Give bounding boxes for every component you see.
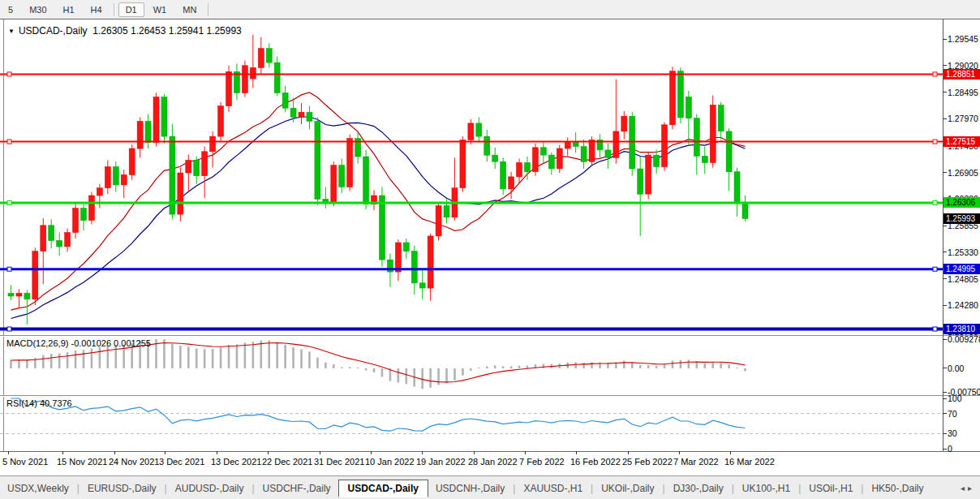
candle [186, 160, 191, 173]
hline-handle[interactable] [933, 327, 937, 331]
macd-signal-line [11, 343, 746, 382]
timeframe-button-m30[interactable]: M30 [22, 2, 54, 17]
tab-hk50-daily[interactable]: HK50-,Daily [864, 480, 931, 497]
candle [307, 112, 312, 121]
candle [121, 174, 127, 185]
date-tick-mark [371, 451, 372, 454]
candle [113, 167, 118, 185]
candle [557, 148, 562, 169]
candle [379, 196, 385, 260]
candle [517, 163, 522, 177]
rsi-tick-label: 70 [948, 409, 980, 419]
rsi-tick-mark [943, 433, 947, 434]
chart-frame-top [0, 19, 980, 19]
price-tick-mark [943, 172, 947, 173]
tab-eurusd-daily[interactable]: EURUSD-,Daily [80, 480, 164, 497]
candle [444, 206, 449, 217]
hline-handle[interactable] [7, 140, 11, 144]
candle [662, 125, 668, 167]
tab-usoil-h1[interactable]: USOil-,H1 [802, 480, 860, 497]
candle [419, 283, 425, 288]
price-tick-label: 1.24280 [948, 300, 980, 310]
tab-scroll-left-icon[interactable]: ◂ [961, 484, 968, 493]
price-tick-label: 1.27970 [948, 114, 980, 123]
tab-ukoil-daily[interactable]: UKOil-,Daily [594, 480, 661, 497]
date-label: 7 Mar 2022 [673, 457, 719, 467]
candle [718, 105, 724, 131]
current-price-badge: 1.25993 [943, 213, 980, 224]
rsi-current-value: 40.7376 [40, 398, 72, 408]
timeframe-button-5[interactable]: 5 [1, 2, 20, 17]
tab-uk100-h1[interactable]: UK100-,H1 [735, 480, 797, 497]
price-tick-mark [943, 92, 947, 92]
candle [436, 206, 441, 236]
hline-handle[interactable] [933, 140, 937, 144]
candle [105, 167, 110, 188]
tab-scroll-right-icon[interactable]: ▸ [968, 484, 975, 493]
timeframe-button-w1[interactable]: W1 [146, 2, 174, 17]
tab-usdchf-daily[interactable]: USDCHF-,Daily [256, 480, 338, 497]
candle [24, 293, 30, 299]
hline-handle[interactable] [7, 327, 11, 331]
price-tick-label: 1.26905 [948, 168, 980, 178]
price-tick-label: 1.29545 [948, 34, 980, 44]
candle [282, 93, 288, 109]
candle [73, 209, 79, 233]
price-tick-mark [943, 305, 947, 306]
hline-handle[interactable] [933, 72, 937, 76]
price-tick-mark [943, 278, 947, 279]
candle [476, 123, 482, 136]
price-tick-label: 1.28495 [948, 88, 980, 97]
date-tick-mark [576, 451, 577, 454]
tab-audusd-daily[interactable]: AUDUSD-,Daily [168, 480, 251, 497]
price-tick-label: 1.25330 [948, 247, 980, 257]
candle [428, 236, 433, 288]
date-tick-mark [62, 451, 63, 454]
toolbar-separator [208, 3, 208, 16]
date-tick-mark [114, 451, 115, 454]
candle [290, 108, 296, 117]
timeframe-button-mn[interactable]: MN [175, 2, 204, 17]
tab-scroll-arrows: ◂▸ [961, 484, 975, 493]
symbol-tab-bar: USDX,Weekly|EURUSD-,Daily|AUDUSD-,Daily|… [0, 475, 980, 499]
rsi-panel-chart[interactable] [0, 397, 943, 451]
rsi-tick-mark [943, 413, 947, 414]
date-label: 31 Dec 2021 [314, 457, 364, 467]
candle [250, 67, 256, 79]
price-tick-mark [943, 65, 947, 66]
date-tick-mark [525, 451, 526, 454]
candle [669, 71, 675, 125]
price-level-badge: 1.26306 [943, 197, 980, 208]
date-label: 16 Feb 2022 [570, 457, 621, 467]
candle [501, 161, 506, 189]
date-tick-mark [268, 451, 269, 454]
timeframe-toolbar: 5M30H1H4D1W1MN [0, 0, 980, 19]
hline-handle[interactable] [7, 267, 11, 271]
candle [41, 226, 46, 252]
date-label: 24 Nov 2021 [109, 457, 159, 467]
timeframe-button-h1[interactable]: H1 [56, 2, 82, 17]
tab-usdx-weekly[interactable]: USDX,Weekly [0, 480, 76, 497]
candle [153, 97, 159, 143]
tab-usdcad-daily[interactable]: USDCAD-,Daily [338, 480, 428, 497]
date-tick-mark [474, 451, 475, 454]
date-label: 28 Jan 2022 [468, 457, 518, 467]
hline-handle[interactable] [933, 201, 937, 205]
tab-xauusd-h1[interactable]: XAUUSD-,H1 [516, 480, 590, 497]
tab-dj30-daily[interactable]: DJ30-,Daily [666, 480, 731, 497]
date-tick-mark [8, 451, 9, 454]
hline-handle[interactable] [933, 267, 937, 271]
timeframe-button-h4[interactable]: H4 [84, 2, 110, 17]
candle [532, 148, 538, 172]
hline-handle[interactable] [7, 72, 11, 76]
candlestick-chart[interactable] [0, 21, 943, 335]
chart-dropdown-icon[interactable]: ▼ [8, 28, 15, 35]
candle [621, 116, 627, 131]
candle [581, 147, 587, 162]
tab-usdcnh-daily[interactable]: USDCNH-,Daily [428, 480, 512, 497]
candle [242, 66, 247, 93]
timeframe-button-d1[interactable]: D1 [118, 2, 144, 17]
candle [468, 123, 474, 140]
hline-handle[interactable] [7, 201, 11, 205]
candle [161, 97, 167, 137]
